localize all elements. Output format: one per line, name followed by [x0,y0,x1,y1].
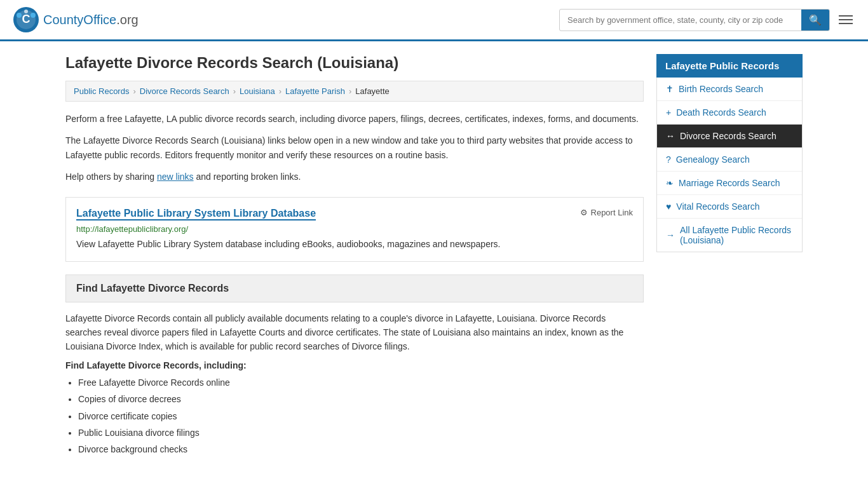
arrow-icon: → [666,230,675,240]
report-icon: ⚙ [580,208,588,217]
logo-text: CountyOffice.org [43,13,139,27]
report-link-button[interactable]: ⚙ Report Link [580,208,633,217]
breadcrumb-lafayette-parish[interactable]: Lafayette Parish [285,86,345,96]
breadcrumb-divorce-records-search[interactable]: Divorce Records Search [140,86,229,96]
new-links-link[interactable]: new links [157,172,194,182]
search-button[interactable]: 🔍 [801,10,829,30]
logo-area: C CountyOffice.org [13,6,139,33]
find-section-header: Find Lafayette Divorce Records [65,274,644,302]
sidebar-item-label: Death Records Search [676,107,766,118]
svg-text:C: C [22,13,31,25]
death-icon: + [666,107,671,118]
find-description: Lafayette Divorce Records contain all pu… [65,311,644,354]
find-section-title: Find Lafayette Divorce Records [76,283,633,294]
sidebar-item-label: Marriage Records Search [679,178,780,188]
list-item: Divorce certificate copies [78,409,644,423]
sidebar-nav: ✝ Birth Records Search + Death Records S… [656,78,803,252]
link-card-desc: View Lafayette Public Library System dat… [76,238,633,251]
list-item: Copies of divorce decrees [78,392,644,406]
sidebar-item-birth-records[interactable]: ✝ Birth Records Search [657,78,802,101]
list-item: Public Louisiana divorce filings [78,426,644,440]
breadcrumb-current: Lafayette [355,86,390,96]
svg-point-5 [24,10,28,13]
link-card-header: Lafayette Public Library System Library … [76,208,633,220]
description-2: The Lafayette Divorce Records Search (Lo… [65,133,644,162]
svg-point-3 [17,13,22,18]
content-area: Lafayette Divorce Records Search (Louisi… [65,54,644,459]
marriage-icon: ❧ [666,178,674,188]
link-card-url: http://lafayettepubliclibrary.org/ [76,224,633,234]
divorce-icon: ↔ [666,131,675,141]
header-right: 🔍 [559,9,855,31]
list-item: Divorce background checks [78,442,644,456]
vital-icon: ♥ [666,201,671,212]
sidebar-title: Lafayette Public Records [656,54,803,78]
help-text: Help others by sharing new links and rep… [65,170,644,184]
sidebar-item-death-records[interactable]: + Death Records Search [657,101,802,125]
breadcrumb-louisiana[interactable]: Louisiana [240,86,275,96]
sidebar-all-label: All Lafayette Public Records (Louisiana) [680,225,793,245]
birth-icon: ✝ [666,84,674,94]
sidebar-item-label: Genealogy Search [676,154,750,165]
breadcrumb: Public Records › Divorce Records Search … [65,81,644,102]
link-card-title[interactable]: Lafayette Public Library System Library … [76,208,316,220]
site-header: C CountyOffice.org 🔍 [0,0,868,41]
sidebar-item-vital-records[interactable]: ♥ Vital Records Search [657,195,802,219]
sidebar-item-label: Birth Records Search [679,84,763,94]
logo-icon: C [13,6,39,33]
find-list: Free Lafayette Divorce Records online Co… [78,376,644,457]
link-card: Lafayette Public Library System Library … [65,197,644,262]
sidebar-item-label: Divorce Records Search [680,131,776,141]
sidebar-item-genealogy[interactable]: ? Genealogy Search [657,148,802,172]
main-container: Lafayette Divorce Records Search (Louisi… [53,41,815,472]
description-1: Perform a free Lafayette, LA public divo… [65,112,644,126]
sidebar-item-label: Vital Records Search [676,201,759,212]
menu-button[interactable] [836,13,855,27]
list-item: Free Lafayette Divorce Records online [78,376,644,390]
sidebar-all-link[interactable]: → All Lafayette Public Records (Louisian… [657,219,802,252]
svg-point-4 [31,13,36,18]
genealogy-icon: ? [666,154,671,165]
sidebar-item-divorce-records[interactable]: ↔ Divorce Records Search [657,125,802,148]
search-bar: 🔍 [559,9,830,31]
page-title: Lafayette Divorce Records Search (Louisi… [65,54,644,72]
sidebar-item-marriage-records[interactable]: ❧ Marriage Records Search [657,172,802,195]
search-input[interactable] [560,11,801,29]
sidebar: Lafayette Public Records ✝ Birth Records… [656,54,803,459]
find-including-label: Find Lafayette Divorce Records, includin… [65,360,644,370]
breadcrumb-public-records[interactable]: Public Records [74,86,129,96]
